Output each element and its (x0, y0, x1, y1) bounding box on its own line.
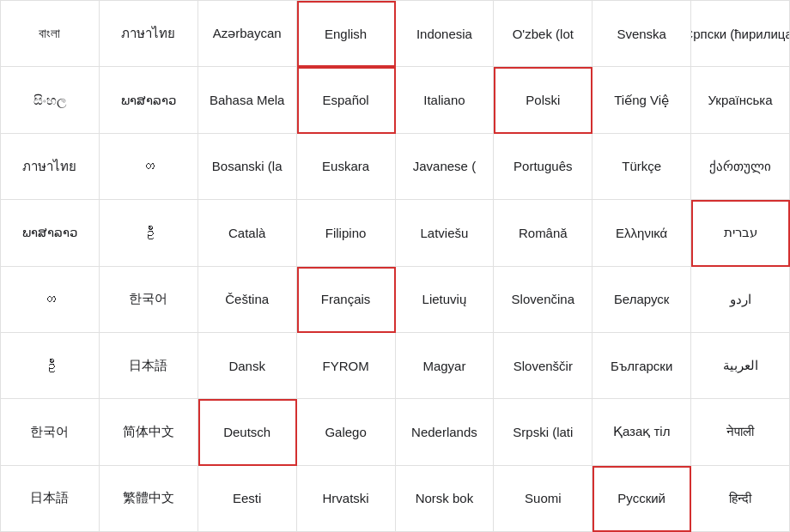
language-cell[interactable]: Русский (592, 466, 691, 532)
language-cell[interactable]: Slovenčina (494, 267, 592, 333)
language-cell[interactable]: 日本語 (100, 333, 198, 399)
language-cell[interactable]: ქართული (691, 134, 790, 200)
language-cell[interactable]: اردو (691, 267, 790, 333)
language-cell[interactable]: ဦဲ (1, 333, 100, 399)
language-cell[interactable]: 한국어 (1, 399, 100, 465)
language-cell[interactable]: हिन्दी (691, 466, 790, 532)
language-cell[interactable]: Magyar (396, 333, 495, 399)
language-cell[interactable]: Italiano (396, 67, 495, 133)
language-cell[interactable]: Ελληνικά (592, 200, 691, 266)
language-cell[interactable]: Latviešu (396, 200, 495, 266)
language-cell[interactable]: Čeština (198, 267, 297, 333)
language-cell[interactable]: 日本語 (1, 466, 100, 532)
language-cell[interactable]: Bahasa Mela (198, 67, 297, 133)
language-cell[interactable]: ภาษาไทย (1, 134, 100, 200)
language-cell[interactable]: Filipino (297, 200, 396, 266)
language-grid: বাংলাภาษาไทยAzərbaycanEnglishIndonesiaO'… (0, 0, 790, 532)
language-cell[interactable]: Hrvatski (297, 466, 396, 532)
language-cell[interactable]: Norsk bok (396, 466, 495, 532)
language-cell[interactable]: नेपाली (691, 399, 790, 465)
language-cell[interactable]: ဦဲ (100, 200, 198, 266)
language-cell[interactable]: Türkçe (592, 134, 691, 200)
language-cell[interactable]: ພາສາລາວ (1, 200, 100, 266)
language-cell[interactable]: Polski (494, 67, 592, 133)
language-cell[interactable]: Azərbaycan (198, 1, 297, 67)
language-cell[interactable]: တ (1, 267, 100, 333)
language-cell[interactable]: O'zbek (lot (494, 1, 592, 67)
language-cell[interactable]: Euskara (297, 134, 396, 200)
language-cell[interactable]: Română (494, 200, 592, 266)
language-cell[interactable]: 简体中文 (100, 399, 198, 465)
language-cell[interactable]: ภาษาไทย (100, 1, 198, 67)
language-cell[interactable]: Беларуск (592, 267, 691, 333)
language-cell[interactable]: Eesti (198, 466, 297, 532)
language-cell[interactable]: တ (100, 134, 198, 200)
language-cell[interactable]: English (297, 1, 396, 67)
language-cell[interactable]: Tiếng Việ (592, 67, 691, 133)
language-cell[interactable]: Српски (ћирилица) (691, 1, 790, 67)
language-cell[interactable]: Português (494, 134, 592, 200)
language-cell[interactable]: Dansk (198, 333, 297, 399)
language-cell[interactable]: Български (592, 333, 691, 399)
language-cell[interactable]: Galego (297, 399, 396, 465)
language-cell[interactable]: Español (297, 67, 396, 133)
language-cell[interactable]: 한국어 (100, 267, 198, 333)
language-cell[interactable]: Lietuvių (396, 267, 495, 333)
language-cell[interactable]: සිංහල (1, 67, 100, 133)
language-cell[interactable]: Indonesia (396, 1, 495, 67)
language-cell[interactable]: العربية (691, 333, 790, 399)
language-cell[interactable]: Bosanski (la (198, 134, 297, 200)
language-cell[interactable]: עברית (691, 200, 790, 266)
language-cell[interactable]: Javanese ( (396, 134, 495, 200)
language-cell[interactable]: Suomi (494, 466, 592, 532)
language-cell[interactable]: Қазақ тіл (592, 399, 691, 465)
language-cell[interactable]: FYROM (297, 333, 396, 399)
language-cell[interactable]: Svenska (592, 1, 691, 67)
language-cell[interactable]: Català (198, 200, 297, 266)
language-cell[interactable]: Srpski (lati (494, 399, 592, 465)
language-cell[interactable]: বাংলা (1, 1, 100, 67)
language-cell[interactable]: Nederlands (396, 399, 495, 465)
language-cell[interactable]: Українська (691, 67, 790, 133)
language-cell[interactable]: ພາສາລາວ (100, 67, 198, 133)
language-cell[interactable]: Deutsch (198, 399, 297, 465)
language-cell[interactable]: 繁體中文 (100, 466, 198, 532)
language-cell[interactable]: Slovenščir (494, 333, 592, 399)
language-cell[interactable]: Français (297, 267, 396, 333)
